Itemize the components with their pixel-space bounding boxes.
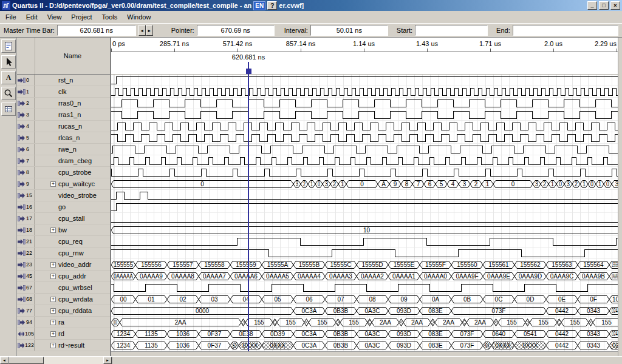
- scrollbar-track[interactable]: [9, 357, 103, 364]
- wave-row-clk[interactable]: [111, 86, 618, 98]
- wave-row-cpu-wrbsel[interactable]: [111, 282, 618, 294]
- svg-text:093D: 093D: [397, 308, 411, 314]
- wave-row-dram-cbeg[interactable]: [111, 155, 618, 167]
- signal-row-rd-result[interactable]: 122+rd~result: [17, 340, 110, 351]
- selection-tool-button[interactable]: [1, 55, 16, 69]
- signal-row-cpu-wrbsel[interactable]: 67cpu_wrbsel: [17, 282, 110, 294]
- wave-row-cpu-rnw[interactable]: [111, 248, 618, 259]
- text-tool-icon: A: [4, 73, 13, 83]
- menu-item-view[interactable]: View: [43, 12, 67, 22]
- maximize-button[interactable]: □: [599, 1, 609, 10]
- language-help-icon[interactable]: ?: [267, 1, 277, 10]
- signal-row-rucas-n[interactable]: 4rucas_n: [17, 121, 110, 132]
- expand-toggle-rd[interactable]: +: [50, 331, 56, 337]
- expand-toggle-cpu-rddata[interactable]: +: [50, 308, 56, 314]
- signal-row-rras1-n[interactable]: 3rras1_n: [17, 109, 110, 121]
- wave-row-cpu-addr[interactable]: 0AAAAA0AAAA90AAAA80AAAA70AAAA60AAAA50AAA…: [111, 271, 618, 282]
- svg-text:0A: 0A: [432, 296, 440, 303]
- signal-row-cpu-addr[interactable]: 45+cpu_addr: [17, 271, 110, 282]
- signal-row-rwe-n[interactable]: 6rwe_n: [17, 144, 110, 155]
- signal-index: 2: [26, 100, 29, 106]
- wave-row-rucas-n[interactable]: [111, 121, 618, 132]
- wave-row-rd[interactable]: 1234113510360F370E380D390C3A0B3B0A3C093D…: [111, 328, 618, 340]
- menu-item-edit[interactable]: Edit: [21, 12, 43, 22]
- expand-toggle-ra[interactable]: +: [50, 320, 56, 325]
- scroll-right-icon[interactable]: ►: [103, 357, 112, 364]
- menu-item-window[interactable]: Window: [122, 12, 156, 22]
- menu-item-file[interactable]: File: [1, 12, 21, 22]
- wave-row-video-addr[interactable]: 15555515555615555715555815555915555A1555…: [111, 259, 618, 271]
- wave-row-go[interactable]: [111, 201, 618, 213]
- signal-row-cpu-req[interactable]: 21cpu_req: [17, 236, 110, 248]
- wave-row-cpu-rddata[interactable]: 00000C3A0B3B0A3C093D083E073F044203430244: [111, 305, 618, 317]
- signal-row-go[interactable]: 16go: [17, 201, 110, 213]
- expand-toggle-video-addr[interactable]: +: [50, 262, 56, 268]
- ruler-tick: [174, 49, 175, 52]
- report-tool-button[interactable]: [1, 39, 16, 53]
- signal-row-dram-cbeg[interactable]: 7dram_cbeg: [17, 155, 110, 167]
- pattern-tool-button[interactable]: [1, 103, 16, 116]
- wave-row-bw[interactable]: 10: [111, 224, 618, 236]
- signal-row-rd[interactable]: 105+rd: [17, 328, 110, 340]
- signal-row-cpu-strobe[interactable]: 8cpu_strobe: [17, 167, 110, 178]
- expand-toggle-rd-result[interactable]: +: [50, 343, 56, 348]
- signal-row-cpu-rnw[interactable]: 22cpu_rnw: [17, 248, 110, 259]
- signal-row-rst-n[interactable]: 0rst_n: [17, 75, 110, 86]
- expand-toggle-bw[interactable]: +: [50, 228, 56, 233]
- wave-row-rras1-n[interactable]: [111, 109, 618, 121]
- language-indicator[interactable]: EN: [253, 1, 265, 10]
- menu-item-tools[interactable]: Tools: [97, 12, 123, 22]
- master-time-bar-value[interactable]: 620.681 ns: [57, 25, 136, 36]
- spin-right-icon[interactable]: ►: [146, 25, 153, 36]
- wave-row-cpu-wrdata[interactable]: 000102030405060708090A0B0C0D0E0F10: [111, 294, 618, 305]
- expand-toggle-cpu-wrdata[interactable]: +: [50, 297, 56, 302]
- master-time-marker-handle[interactable]: [246, 69, 251, 74]
- ruler-tick-label: 0 ps: [112, 40, 125, 47]
- wave-row-cpu-strobe[interactable]: [111, 167, 618, 178]
- svg-text:A: A: [5, 73, 11, 82]
- wave-row-cpu-req[interactable]: [111, 236, 618, 248]
- wave-row-rst-n[interactable]: [111, 75, 618, 86]
- expand-spacer: [50, 216, 58, 221]
- scroll-left-icon[interactable]: ◄: [0, 357, 9, 364]
- wave-row-rlcas-n[interactable]: [111, 132, 618, 144]
- text-tool-button[interactable]: A: [1, 71, 16, 84]
- signal-row-ra[interactable]: 94+ra: [17, 317, 110, 328]
- signal-row-video-addr[interactable]: 23+video_addr: [17, 259, 110, 271]
- signal-index-cell: 23: [17, 259, 35, 270]
- close-button[interactable]: ×: [610, 1, 620, 10]
- signal-row-cpu-rddata[interactable]: 77+cpu_rddata: [17, 305, 110, 317]
- signal-name-cell: rlcas_n: [35, 132, 110, 143]
- signal-row-rras0-n[interactable]: 2rras0_n: [17, 98, 110, 109]
- expand-toggle-cpu-addr[interactable]: +: [50, 274, 56, 279]
- vertical-scrollbar[interactable]: [618, 38, 622, 356]
- wave-row-rras0-n[interactable]: [111, 98, 618, 109]
- signal-row-video-strobe[interactable]: 15video_strobe: [17, 190, 110, 201]
- scrollbar-thumb[interactable]: [9, 357, 44, 364]
- timebar-track[interactable]: 620.681 ns: [111, 52, 618, 75]
- signal-index: 16: [26, 204, 32, 210]
- wave-row-video-strobe[interactable]: [111, 190, 618, 201]
- menu-item-project[interactable]: Project: [66, 12, 97, 22]
- wave-row-ra[interactable]: 0002AA1551551551552AA2AA2AA2AA1551551551…: [111, 317, 618, 328]
- signal-row-cpu-waitcyc[interactable]: 9+cpu_waitcyc: [17, 178, 110, 190]
- signal-name: go: [58, 203, 66, 211]
- signal-row-cpu-wrdata[interactable]: 68+cpu_wrdata: [17, 294, 110, 305]
- signal-row-cpu-stall[interactable]: 17cpu_stall: [17, 213, 110, 224]
- svg-text:0A3C: 0A3C: [364, 308, 380, 314]
- wave-row-rd-result[interactable]: 1234113510360F37E30XXX0XXX0C3A0B3B0A3C09…: [111, 340, 618, 351]
- in-pin-icon: [18, 250, 26, 257]
- spin-left-icon[interactable]: ◄: [138, 25, 146, 36]
- zoom-tool-button[interactable]: [1, 87, 16, 100]
- signal-row-bw[interactable]: 18+bw: [17, 224, 110, 236]
- wave-row-cpu-stall[interactable]: [111, 213, 618, 224]
- minimize-button[interactable]: _: [587, 1, 597, 10]
- end-value[interactable]: [513, 25, 618, 36]
- expand-toggle-cpu-waitcyc[interactable]: +: [50, 181, 56, 187]
- signal-index: 1: [26, 89, 29, 95]
- wave-row-cpu-waitcyc[interactable]: 032103210A987654321032103210103: [111, 178, 618, 190]
- signal-row-clk[interactable]: 1clk: [17, 86, 110, 98]
- signal-row-rlcas-n[interactable]: 5rlcas_n: [17, 132, 110, 144]
- start-value[interactable]: [415, 25, 488, 36]
- wave-row-rwe-n[interactable]: [111, 144, 618, 155]
